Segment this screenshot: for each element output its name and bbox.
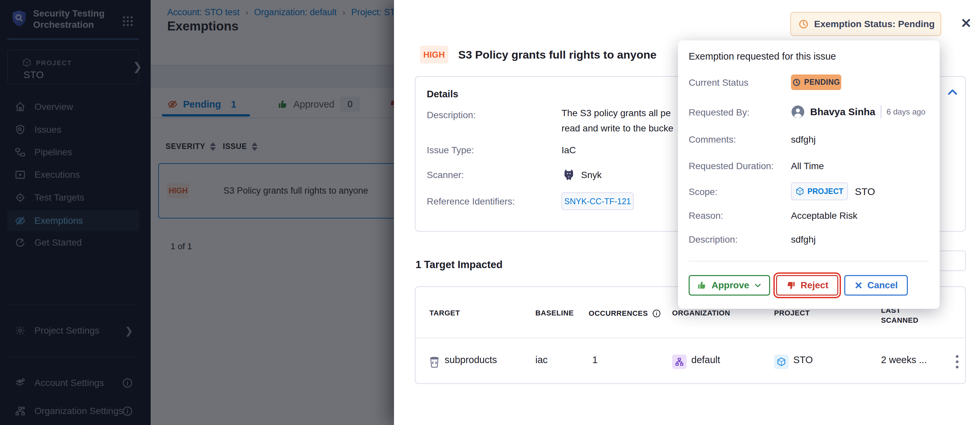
reject-button-label: Reject <box>800 280 828 291</box>
kebab-menu-icon[interactable] <box>951 355 964 368</box>
column-header-target: TARGET <box>430 309 460 317</box>
thumb-up-icon <box>697 280 707 290</box>
description-value-line2: read and write to the bucke <box>562 123 673 134</box>
reason-value: Acceptable Risk <box>791 210 858 221</box>
requester-name: Bhavya Sinha <box>810 106 875 118</box>
duration-value: All Time <box>791 161 824 172</box>
status-badge: PENDING <box>791 75 841 90</box>
org-chart-icon <box>675 357 684 366</box>
scope-label: Scope: <box>689 187 718 197</box>
exemption-status-pill[interactable]: Exemption Status: Pending <box>790 12 941 36</box>
clock-icon <box>792 78 801 87</box>
cube-icon <box>795 187 804 196</box>
issue-type-value: IaC <box>562 145 576 156</box>
cell-occurrences: 1 <box>592 355 598 365</box>
reference-chip-label: SNYK-CC-TF-121 <box>564 197 631 206</box>
requested-by-label: Requested By: <box>689 107 749 118</box>
modal-backdrop[interactable] <box>0 0 394 425</box>
column-header-occurrences: OCCURRENCES <box>589 309 661 318</box>
description-value-line1: The S3 policy grants all pe <box>562 108 671 118</box>
scanner-value: Snyk <box>581 170 601 180</box>
table-divider <box>415 337 965 338</box>
organization-icon <box>672 355 687 369</box>
cube-icon <box>777 357 786 366</box>
snyk-logo-icon <box>562 167 576 183</box>
requested-time: 6 days ago <box>887 107 925 116</box>
chevron-up-icon[interactable] <box>946 86 959 99</box>
cell-organization: default <box>691 355 720 365</box>
column-header-organization: ORGANIZATION <box>672 309 730 317</box>
approve-button[interactable]: Approve <box>689 275 770 296</box>
exemption-status-pill-label: Exemption Status: Pending <box>814 19 935 29</box>
status-badge-label: PENDING <box>804 78 840 87</box>
clock-icon <box>798 19 809 29</box>
current-status-label: Current Status <box>689 78 749 88</box>
reject-button[interactable]: Reject <box>776 275 838 296</box>
comments-label: Comments: <box>689 134 736 145</box>
avatar <box>791 105 805 119</box>
close-icon[interactable]: ✕ <box>958 14 975 32</box>
duration-label: Requested Duration: <box>689 161 774 172</box>
chevron-down-icon <box>754 281 762 289</box>
close-icon: ✕ <box>854 280 863 291</box>
approve-button-label: Approve <box>711 280 749 291</box>
scope-chip-label: PROJECT <box>808 187 843 196</box>
description-value: sdfghj <box>791 234 816 245</box>
info-icon[interactable] <box>652 309 661 318</box>
description-label: Description: <box>689 234 738 245</box>
popup-heading: Exemption requested for this issue <box>689 51 836 62</box>
comments-value: sdfghj <box>791 134 816 145</box>
column-header-project: PROJECT <box>774 309 810 317</box>
reference-chip[interactable]: SNYK-CC-TF-121 <box>562 192 634 210</box>
cancel-button[interactable]: ✕ Cancel <box>844 275 908 296</box>
cell-last-scanned: 2 weeks ... <box>881 355 927 365</box>
popup-divider <box>689 261 929 261</box>
column-header-baseline: BASELINE <box>535 309 574 317</box>
targets-impacted-heading: 1 Target Impacted <box>415 259 503 271</box>
thumb-down-icon <box>786 280 796 290</box>
divider <box>881 105 881 118</box>
cancel-button-label: Cancel <box>867 280 898 291</box>
cell-project: STO <box>793 355 813 365</box>
exemption-request-popup: Exemption requested for this issue Curre… <box>678 40 940 309</box>
reference-label: Reference Identifiers: <box>427 196 515 207</box>
scope-chip: PROJECT <box>791 182 848 200</box>
project-icon <box>774 355 789 369</box>
requested-by-value: Bhavya Sinha 6 days ago <box>791 105 925 119</box>
reason-label: Reason: <box>689 210 723 221</box>
scanner-label: Scanner: <box>427 170 464 180</box>
description-label: Description: <box>427 110 476 121</box>
cell-target[interactable]: subproducts <box>445 355 497 365</box>
target-container-icon <box>428 356 441 368</box>
severity-badge: HIGH <box>420 46 448 64</box>
drawer-title: S3 Policy grants full rights to anyone <box>458 48 657 61</box>
app-window: Security Testing Orchestration PROJECT S… <box>0 0 980 425</box>
scope-value: STO <box>855 186 875 197</box>
details-heading: Details <box>427 89 458 100</box>
cell-baseline: iac <box>535 355 547 365</box>
column-header-label: OCCURRENCES <box>589 309 648 318</box>
issue-type-label: Issue Type: <box>427 145 474 156</box>
